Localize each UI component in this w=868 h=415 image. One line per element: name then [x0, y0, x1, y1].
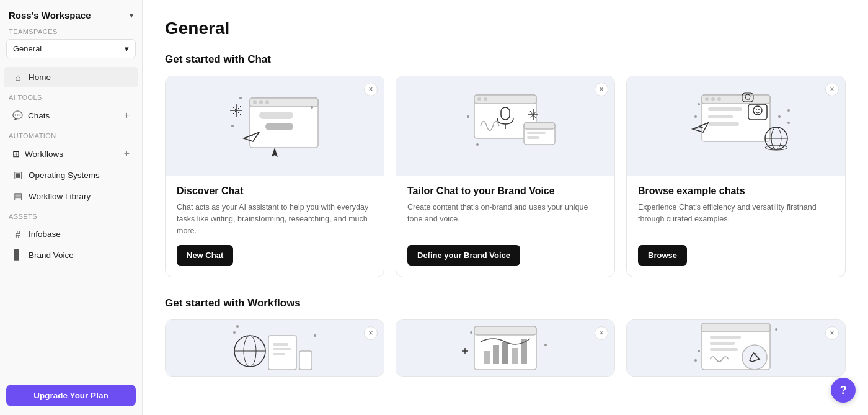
brand-voice-card: × Tailor Chat to your Brand Voice Create… — [396, 76, 615, 277]
svg-rect-65 — [273, 353, 285, 355]
add-chat-button[interactable]: + — [124, 110, 130, 121]
home-icon: ⌂ — [12, 72, 24, 83]
discover-chat-desc: Chat acts as your AI assistant to help y… — [177, 202, 373, 236]
svg-rect-64 — [273, 348, 291, 350]
workflow-library-label: Workflow Library — [29, 192, 91, 201]
svg-rect-62 — [268, 336, 296, 370]
svg-point-90 — [775, 328, 777, 331]
ai-tools-section: AI Tools 💬 Chats + — [0, 94, 142, 126]
brand-voice-icon: ▋ — [12, 249, 24, 261]
svg-rect-29 — [527, 132, 546, 134]
svg-rect-82 — [702, 323, 770, 332]
discover-chat-illustration: × — [166, 76, 384, 176]
svg-point-58 — [787, 122, 790, 124]
upgrade-button[interactable]: Upgrade Your Plan — [6, 385, 136, 406]
help-button[interactable]: ? — [831, 378, 856, 403]
brand-voice-desc: Create content that's on-brand and uses … — [407, 202, 603, 236]
svg-point-4 — [265, 100, 269, 104]
svg-point-36 — [711, 97, 715, 101]
svg-point-31 — [476, 143, 479, 146]
svg-rect-85 — [710, 336, 741, 339]
browse-examples-card: × Browse example chats Experience Chat's… — [626, 76, 846, 277]
workspace-header[interactable]: Ross's Workspace ▾ — [0, 0, 142, 28]
assets-section: Assets # Infobase ▋ Brand Voice — [0, 213, 142, 266]
svg-marker-13 — [272, 148, 278, 157]
teamspace-selector[interactable]: General ▾ — [6, 39, 136, 58]
workflow-card-1-close-button[interactable]: × — [364, 326, 378, 340]
brand-voice-illustration: × — [396, 76, 614, 176]
svg-point-3 — [259, 100, 263, 104]
svg-point-68 — [236, 325, 239, 328]
discover-chat-close-button[interactable]: × — [364, 83, 378, 96]
svg-rect-30 — [527, 136, 539, 139]
home-label: Home — [29, 73, 51, 82]
sidebar-item-brand-voice[interactable]: ▋ Brand Voice — [4, 244, 138, 266]
svg-point-57 — [787, 109, 790, 112]
chats-label: Chats — [28, 111, 50, 120]
svg-point-56 — [778, 115, 781, 118]
workflow-card-2-illustration: × — [396, 320, 614, 376]
browse-examples-desc: Experience Chat's efficiency and versati… — [638, 202, 834, 236]
operating-systems-label: Operating Systems — [29, 171, 100, 180]
svg-point-67 — [233, 331, 236, 334]
workflow-cards-row: × — [165, 319, 846, 377]
brand-voice-body: Tailor Chat to your Brand Voice Create c… — [396, 176, 614, 277]
teamspaces-label: Teamspaces — [0, 28, 142, 39]
brand-voice-close-button[interactable]: × — [595, 83, 608, 96]
browse-examples-body: Browse example chats Experience Chat's e… — [627, 176, 845, 277]
teamspace-chevron-icon: ▾ — [125, 44, 129, 53]
svg-point-88 — [698, 350, 700, 352]
automation-label: Automation — [0, 132, 142, 143]
add-workflow-button[interactable]: + — [124, 148, 130, 159]
define-brand-voice-button[interactable]: Define your Brand Voice — [407, 245, 520, 266]
browse-examples-title: Browse example chats — [638, 185, 834, 197]
svg-point-35 — [705, 97, 709, 101]
svg-rect-6 — [265, 123, 293, 130]
sidebar-item-home[interactable]: ⌂ Home — [4, 67, 138, 87]
teamspace-selected-label: General — [13, 44, 42, 53]
page-title: General — [165, 19, 846, 38]
sidebar-item-operating-systems[interactable]: ▣ Operating Systems — [4, 164, 138, 185]
discover-chat-card: × Discover Chat Chat acts as your AI ass… — [165, 76, 384, 277]
automation-section: Automation ⊞ Workflows + ▣ Operating Sys… — [0, 132, 142, 207]
brand-voice-label: Brand Voice — [29, 251, 74, 260]
sidebar-item-infobase[interactable]: # Infobase — [4, 224, 138, 244]
workflow-card-1-illustration: × — [166, 320, 384, 376]
svg-rect-74 — [502, 342, 508, 364]
sidebar-item-workflow-library[interactable]: ▤ Workflow Library — [4, 185, 138, 207]
svg-rect-75 — [512, 348, 518, 364]
svg-rect-43 — [708, 115, 733, 118]
workflow-card-3: × — [626, 319, 846, 377]
svg-point-14 — [231, 125, 234, 127]
discover-chat-title: Discover Chat — [177, 185, 373, 197]
svg-point-40 — [756, 109, 757, 110]
svg-point-41 — [758, 109, 760, 110]
new-chat-button[interactable]: New Chat — [177, 245, 233, 266]
workflow-card-2-close-button[interactable]: × — [595, 326, 608, 340]
sidebar-item-workflows[interactable]: ⊞ Workflows + — [4, 143, 138, 164]
svg-point-89 — [694, 359, 697, 362]
workflows-icon: ⊞ — [12, 149, 20, 159]
svg-point-69 — [314, 334, 316, 337]
workflow-card-3-illustration: × — [627, 320, 845, 376]
svg-rect-28 — [524, 123, 555, 129]
svg-rect-73 — [493, 345, 499, 364]
browse-examples-close-button[interactable]: × — [825, 83, 839, 96]
workspace-chevron-icon: ▾ — [130, 11, 133, 20]
workflow-section-title: Get started with Workflows — [165, 297, 846, 310]
discover-chat-body: Discover Chat Chat acts as your AI assis… — [166, 176, 384, 277]
workflow-card-3-close-button[interactable]: × — [825, 326, 839, 340]
svg-rect-66 — [299, 351, 312, 370]
browse-button[interactable]: Browse — [638, 245, 687, 266]
ai-tools-label: AI Tools — [0, 94, 142, 105]
svg-rect-44 — [708, 122, 739, 126]
svg-point-37 — [717, 97, 721, 101]
svg-point-2 — [253, 100, 257, 104]
sidebar-item-chats[interactable]: 💬 Chats + — [4, 105, 138, 126]
workflow-library-icon: ▤ — [12, 190, 24, 202]
svg-point-55 — [694, 115, 697, 118]
assets-label: Assets — [0, 213, 142, 224]
svg-rect-63 — [273, 343, 288, 346]
sidebar: Ross's Workspace ▾ Teamspaces General ▾ … — [0, 0, 143, 415]
chats-icon: 💬 — [12, 110, 23, 120]
